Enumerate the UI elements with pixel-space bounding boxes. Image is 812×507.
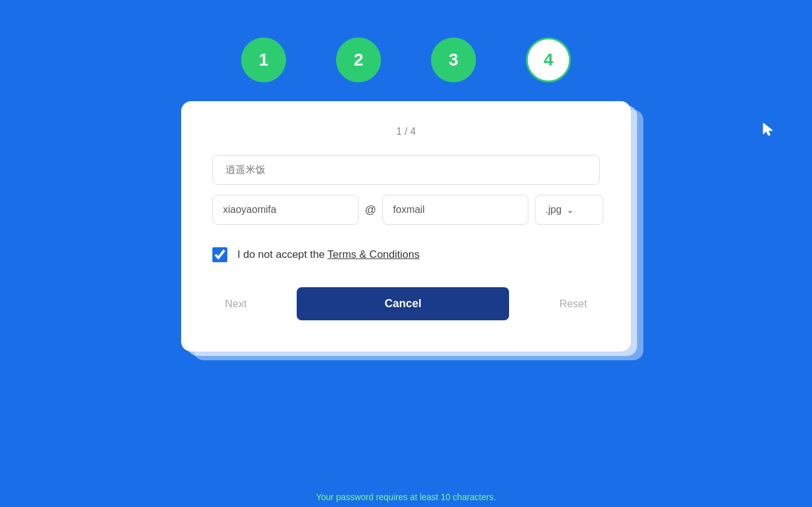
card-stack: 1 / 4 @ .jpg ⌄ I do not accept the Terms… xyxy=(181,101,631,352)
name-input[interactable] xyxy=(212,155,600,185)
step-3[interactable]: 3 xyxy=(431,37,476,82)
steps-indicator: 1 2 3 4 xyxy=(0,0,812,82)
card-counter: 1 / 4 xyxy=(212,126,600,137)
terms-label[interactable]: I do not accept the Terms & Conditions xyxy=(237,249,420,261)
at-symbol: @ xyxy=(365,204,376,217)
reset-button[interactable]: Reset xyxy=(547,289,600,319)
terms-checkbox[interactable] xyxy=(212,247,227,262)
next-button[interactable]: Next xyxy=(212,289,259,319)
cancel-button[interactable]: Cancel xyxy=(297,287,509,320)
bottom-message: Your password requires at least 10 chara… xyxy=(316,492,496,502)
email-username-input[interactable] xyxy=(212,195,359,225)
email-row: @ .jpg ⌄ xyxy=(212,195,600,225)
mouse-cursor xyxy=(762,122,776,142)
step-4[interactable]: 4 xyxy=(526,37,571,82)
email-domain-input[interactable] xyxy=(382,195,528,225)
checkbox-row: I do not accept the Terms & Conditions xyxy=(212,247,600,262)
email-ext-dropdown[interactable]: .jpg ⌄ xyxy=(535,195,603,225)
buttons-row: Next Cancel Reset xyxy=(212,287,600,320)
chevron-down-icon: ⌄ xyxy=(567,205,574,215)
terms-link[interactable]: Terms & Conditions xyxy=(327,249,419,260)
email-ext-value: .jpg xyxy=(545,204,562,215)
card-main: 1 / 4 @ .jpg ⌄ I do not accept the Terms… xyxy=(181,101,631,352)
step-2[interactable]: 2 xyxy=(336,37,381,82)
step-1[interactable]: 1 xyxy=(241,37,286,82)
